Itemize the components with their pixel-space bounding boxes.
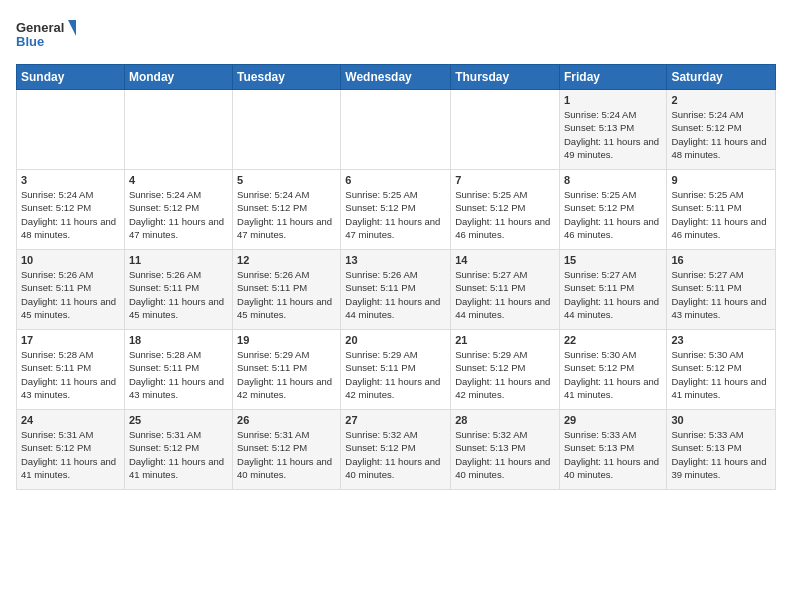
calendar-cell: 23Sunrise: 5:30 AMSunset: 5:12 PMDayligh… [667,330,776,410]
day-number: 14 [455,254,555,266]
day-number: 18 [129,334,228,346]
day-info: Sunset: 5:11 PM [455,281,555,294]
calendar-cell: 26Sunrise: 5:31 AMSunset: 5:12 PMDayligh… [233,410,341,490]
calendar-week-row: 1Sunrise: 5:24 AMSunset: 5:13 PMDaylight… [17,90,776,170]
calendar-header-saturday: Saturday [667,65,776,90]
day-info: Daylight: 11 hours and 45 minutes. [21,295,120,322]
calendar-week-row: 24Sunrise: 5:31 AMSunset: 5:12 PMDayligh… [17,410,776,490]
day-number: 3 [21,174,120,186]
day-info: Daylight: 11 hours and 47 minutes. [129,215,228,242]
calendar-cell: 7Sunrise: 5:25 AMSunset: 5:12 PMDaylight… [451,170,560,250]
day-info: Daylight: 11 hours and 41 minutes. [671,375,771,402]
day-info: Sunset: 5:11 PM [21,281,120,294]
day-number: 13 [345,254,446,266]
day-info: Sunrise: 5:24 AM [564,108,662,121]
day-info: Daylight: 11 hours and 48 minutes. [671,135,771,162]
day-info: Sunset: 5:13 PM [455,441,555,454]
calendar-cell: 13Sunrise: 5:26 AMSunset: 5:11 PMDayligh… [341,250,451,330]
calendar-cell: 22Sunrise: 5:30 AMSunset: 5:12 PMDayligh… [559,330,666,410]
calendar-cell: 25Sunrise: 5:31 AMSunset: 5:12 PMDayligh… [124,410,232,490]
logo: General Blue [16,16,76,54]
day-info: Daylight: 11 hours and 49 minutes. [564,135,662,162]
day-info: Sunrise: 5:29 AM [237,348,336,361]
day-info: Sunrise: 5:27 AM [671,268,771,281]
day-info: Sunset: 5:12 PM [21,201,120,214]
day-info: Daylight: 11 hours and 42 minutes. [345,375,446,402]
day-info: Daylight: 11 hours and 41 minutes. [21,455,120,482]
day-info: Daylight: 11 hours and 46 minutes. [455,215,555,242]
calendar-cell: 3Sunrise: 5:24 AMSunset: 5:12 PMDaylight… [17,170,125,250]
calendar-cell: 5Sunrise: 5:24 AMSunset: 5:12 PMDaylight… [233,170,341,250]
day-number: 20 [345,334,446,346]
day-info: Sunrise: 5:32 AM [455,428,555,441]
calendar-header-sunday: Sunday [17,65,125,90]
day-info: Sunrise: 5:24 AM [129,188,228,201]
calendar-cell [17,90,125,170]
day-info: Sunset: 5:13 PM [564,441,662,454]
day-info: Sunset: 5:12 PM [345,201,446,214]
day-info: Sunset: 5:11 PM [671,201,771,214]
day-number: 24 [21,414,120,426]
day-info: Sunrise: 5:26 AM [345,268,446,281]
day-info: Sunrise: 5:28 AM [129,348,228,361]
calendar-cell: 2Sunrise: 5:24 AMSunset: 5:12 PMDaylight… [667,90,776,170]
day-number: 12 [237,254,336,266]
calendar-week-row: 10Sunrise: 5:26 AMSunset: 5:11 PMDayligh… [17,250,776,330]
day-info: Sunrise: 5:24 AM [237,188,336,201]
day-info: Sunrise: 5:24 AM [671,108,771,121]
day-info: Sunset: 5:12 PM [564,201,662,214]
calendar-cell: 29Sunrise: 5:33 AMSunset: 5:13 PMDayligh… [559,410,666,490]
day-info: Daylight: 11 hours and 41 minutes. [564,375,662,402]
day-number: 30 [671,414,771,426]
day-info: Sunrise: 5:26 AM [237,268,336,281]
day-number: 17 [21,334,120,346]
page: General Blue SundayMondayTuesdayWednesda… [0,0,792,506]
day-number: 10 [21,254,120,266]
day-number: 26 [237,414,336,426]
day-info: Daylight: 11 hours and 47 minutes. [345,215,446,242]
day-info: Daylight: 11 hours and 40 minutes. [237,455,336,482]
day-info: Daylight: 11 hours and 47 minutes. [237,215,336,242]
day-info: Daylight: 11 hours and 42 minutes. [455,375,555,402]
svg-text:General: General [16,20,64,35]
calendar-cell: 27Sunrise: 5:32 AMSunset: 5:12 PMDayligh… [341,410,451,490]
day-info: Sunset: 5:11 PM [129,281,228,294]
day-info: Sunset: 5:11 PM [345,361,446,374]
day-info: Daylight: 11 hours and 39 minutes. [671,455,771,482]
calendar-cell: 4Sunrise: 5:24 AMSunset: 5:12 PMDaylight… [124,170,232,250]
calendar-cell [341,90,451,170]
svg-text:Blue: Blue [16,34,44,49]
day-info: Sunrise: 5:24 AM [21,188,120,201]
day-info: Sunrise: 5:33 AM [564,428,662,441]
day-info: Sunset: 5:12 PM [237,201,336,214]
day-info: Sunset: 5:12 PM [671,121,771,134]
day-info: Sunrise: 5:31 AM [129,428,228,441]
day-info: Daylight: 11 hours and 43 minutes. [129,375,228,402]
day-number: 11 [129,254,228,266]
calendar-week-row: 17Sunrise: 5:28 AMSunset: 5:11 PMDayligh… [17,330,776,410]
calendar-cell: 8Sunrise: 5:25 AMSunset: 5:12 PMDaylight… [559,170,666,250]
day-info: Daylight: 11 hours and 41 minutes. [129,455,228,482]
calendar-cell: 21Sunrise: 5:29 AMSunset: 5:12 PMDayligh… [451,330,560,410]
day-info: Daylight: 11 hours and 44 minutes. [455,295,555,322]
day-info: Daylight: 11 hours and 45 minutes. [237,295,336,322]
day-info: Sunrise: 5:25 AM [564,188,662,201]
day-number: 15 [564,254,662,266]
day-info: Daylight: 11 hours and 40 minutes. [345,455,446,482]
day-number: 19 [237,334,336,346]
day-number: 4 [129,174,228,186]
day-info: Sunrise: 5:31 AM [21,428,120,441]
day-info: Sunset: 5:11 PM [237,281,336,294]
day-number: 2 [671,94,771,106]
day-info: Sunrise: 5:27 AM [564,268,662,281]
calendar-cell: 30Sunrise: 5:33 AMSunset: 5:13 PMDayligh… [667,410,776,490]
calendar-cell: 18Sunrise: 5:28 AMSunset: 5:11 PMDayligh… [124,330,232,410]
day-number: 27 [345,414,446,426]
calendar-cell: 17Sunrise: 5:28 AMSunset: 5:11 PMDayligh… [17,330,125,410]
day-info: Sunset: 5:12 PM [129,201,228,214]
day-info: Sunrise: 5:30 AM [671,348,771,361]
day-info: Sunrise: 5:27 AM [455,268,555,281]
day-info: Sunrise: 5:25 AM [455,188,555,201]
day-info: Sunset: 5:12 PM [345,441,446,454]
day-info: Sunset: 5:11 PM [564,281,662,294]
